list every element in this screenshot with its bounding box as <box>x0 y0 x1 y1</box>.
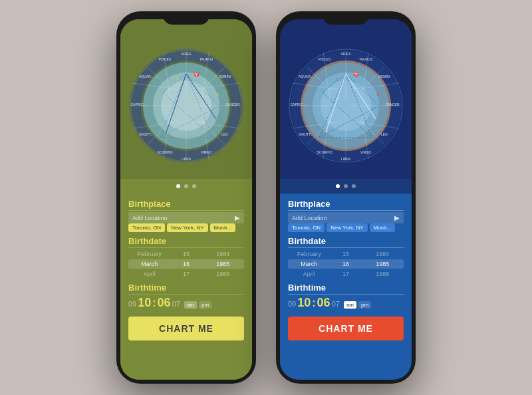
year-0-blue: 1984 <box>364 251 401 257</box>
year-0-green: 1984 <box>205 251 241 257</box>
month-1-blue: March <box>291 261 327 267</box>
ampm-group-green: am pm <box>184 301 211 309</box>
phones-container: ARIES TAURUS GEMINI CANCER LEO VIRGO LIB… <box>116 11 416 384</box>
chart-me-button-green[interactable]: CHART ME <box>128 317 244 340</box>
date-row-0-blue[interactable]: February 15 1984 <box>288 249 404 259</box>
year-2-green: 1986 <box>205 271 241 277</box>
location-input-blue[interactable]: Add Location ▶ <box>288 212 404 223</box>
zodiac-wheel-blue: ARIES TAURUS GEMINI CANCER LEO VIRGO LIB… <box>286 46 406 166</box>
birthplace-label-green: Birthplace <box>128 199 244 209</box>
divider-1-green <box>128 210 244 211</box>
svg-text:LIBRA: LIBRA <box>341 157 351 161</box>
location-tags-green: Toronto, ON New York, NY Montr... <box>128 223 244 232</box>
day-1-blue: 16 <box>327 261 364 267</box>
date-row-1-blue[interactable]: March 16 1985 <box>288 259 404 269</box>
dot-2-blue <box>344 184 348 188</box>
screen-blue: ARIES TAURUS GEMINI CANCER LEO VIRGO LIB… <box>280 19 412 380</box>
divider-3-blue <box>288 294 404 295</box>
year-2-blue: 1986 <box>364 271 401 277</box>
day-0-green: 15 <box>168 251 204 257</box>
pm-btn-green[interactable]: pm <box>199 301 211 309</box>
dot-3-blue <box>352 184 356 188</box>
svg-text:CAPRIC...: CAPRIC... <box>130 102 146 106</box>
tag-toronto-green[interactable]: Toronto, ON <box>128 223 165 232</box>
chart-me-button-blue[interactable]: CHART ME <box>288 317 404 340</box>
svg-text:LEO: LEO <box>381 132 388 136</box>
birthtime-section-green: Birthtime 09 10 : 06 07 am pm <box>128 283 244 310</box>
birthdate-label-blue: Birthdate <box>288 236 404 246</box>
hour-main-blue: 10 <box>297 296 311 310</box>
phone-blue: ARIES TAURUS GEMINI CANCER LEO VIRGO LIB… <box>276 11 416 384</box>
birthdate-section-green: Birthdate February 15 1984 March 16 1985 <box>128 236 244 279</box>
second-dim-green: 07 <box>172 300 180 308</box>
day-2-blue: 17 <box>327 271 364 277</box>
tag-newyork-green[interactable]: New York, NY <box>167 223 207 232</box>
svg-text:☽: ☽ <box>334 76 338 81</box>
svg-text:LEO: LEO <box>221 132 228 136</box>
location-arrow-green[interactable]: ▶ <box>235 214 240 221</box>
month-2-green: April <box>131 271 168 277</box>
divider-3-green <box>128 294 244 295</box>
minute-main-blue: 06 <box>317 296 331 310</box>
svg-text:AQUAR...: AQUAR... <box>139 74 154 78</box>
svg-text:♈: ♈ <box>194 71 200 77</box>
birthtime-label-green: Birthtime <box>128 283 244 293</box>
svg-text:ARIES: ARIES <box>340 52 351 56</box>
screen-green: ARIES TAURUS GEMINI CANCER LEO VIRGO LIB… <box>120 19 252 380</box>
birthplace-section-blue: Birthplace Add Location ▶ Toronto, ON Ne… <box>288 199 404 232</box>
tag-montr-blue[interactable]: Montr... <box>370 223 396 232</box>
year-1-blue: 1985 <box>364 261 401 267</box>
location-tags-blue: Toronto, ON New York, NY Montr... <box>288 223 404 232</box>
svg-text:TAURUS: TAURUS <box>200 57 213 61</box>
birthplace-section-green: Birthplace Add Location ▶ Toronto, ON Ne… <box>128 199 244 232</box>
info-area-blue: Birthplace Add Location ▶ Toronto, ON Ne… <box>280 194 412 380</box>
birthplace-label-blue: Birthplace <box>288 199 404 209</box>
birthtime-label-blue: Birthtime <box>288 283 404 293</box>
colon-green: : <box>152 297 156 309</box>
location-placeholder-green: Add Location <box>132 215 168 221</box>
am-btn-blue[interactable]: am <box>344 301 356 309</box>
notch-green <box>163 11 209 25</box>
svg-text:CANCER: CANCER <box>225 102 240 106</box>
location-input-green[interactable]: Add Location ▶ <box>128 212 244 223</box>
svg-text:PISCES: PISCES <box>159 57 172 61</box>
zodiac-wheel-green: ARIES TAURUS GEMINI CANCER LEO VIRGO LIB… <box>126 46 246 166</box>
tag-toronto-blue[interactable]: Toronto, ON <box>288 223 325 232</box>
hour-main-green: 10 <box>138 296 151 310</box>
svg-text:♄: ♄ <box>376 92 380 96</box>
birthdate-label-green: Birthdate <box>128 236 244 246</box>
svg-text:GEMINI: GEMINI <box>378 74 390 78</box>
svg-text:AQUAR...: AQUAR... <box>299 74 313 78</box>
svg-text:SCORPIO: SCORPIO <box>157 150 172 154</box>
hour-dim-blue: 09 <box>288 300 296 308</box>
svg-text:♈: ♈ <box>353 71 359 77</box>
page-dots-blue <box>280 179 412 194</box>
svg-text:PISCES: PISCES <box>319 57 331 61</box>
pm-btn-blue[interactable]: pm <box>358 301 371 309</box>
birthtime-section-blue: Birthtime 09 10 : 06 07 am pm <box>288 283 404 310</box>
date-row-2-blue[interactable]: April 17 1986 <box>288 269 404 279</box>
location-arrow-blue[interactable]: ▶ <box>394 214 400 221</box>
date-picker-blue: February 15 1984 March 16 1985 April 17 <box>288 249 404 279</box>
svg-text:SAGITT...: SAGITT... <box>139 132 154 136</box>
tag-newyork-blue[interactable]: New York, NY <box>327 223 367 232</box>
info-area-green: Birthplace Add Location ▶ Toronto, ON Ne… <box>120 194 252 380</box>
date-row-0-green[interactable]: February 15 1984 <box>128 249 244 259</box>
minute-main-green: 06 <box>158 296 171 310</box>
dot-2 <box>184 184 188 188</box>
date-row-2-green[interactable]: April 17 1986 <box>128 269 244 279</box>
svg-text:CANCER: CANCER <box>385 102 400 106</box>
am-btn-green[interactable]: am <box>184 301 197 309</box>
location-placeholder-blue: Add Location <box>292 215 327 221</box>
chart-area-green: ARIES TAURUS GEMINI CANCER LEO VIRGO LIB… <box>120 19 252 179</box>
month-0-blue: February <box>291 251 327 257</box>
dot-1 <box>176 184 180 188</box>
divider-1-blue <box>288 210 404 211</box>
date-row-1-green[interactable]: March 16 1985 <box>128 259 244 269</box>
tag-montr-green[interactable]: Montr... <box>210 223 236 232</box>
day-0-blue: 15 <box>327 251 364 257</box>
ampm-group-blue: am pm <box>344 301 371 309</box>
svg-text:LIBRA: LIBRA <box>182 157 192 161</box>
svg-text:VIRGO: VIRGO <box>360 150 371 154</box>
svg-text:☽: ☽ <box>174 76 178 81</box>
